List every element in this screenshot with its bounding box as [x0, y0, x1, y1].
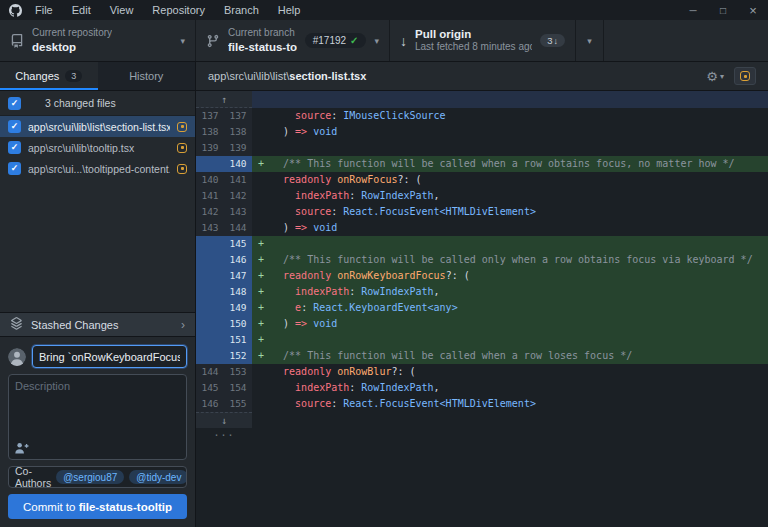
diff-line[interactable]: 145154 indexPath: RowIndexPath, [196, 380, 768, 396]
current-repository-button[interactable]: Current repository desktop ▾ [0, 20, 196, 61]
old-line-number[interactable]: 140 [196, 172, 224, 188]
old-line-number[interactable] [196, 300, 224, 316]
new-line-number[interactable]: 137 [224, 108, 252, 124]
coauthor-pill[interactable]: @sergiou87 [56, 470, 124, 484]
diff-line[interactable]: 146+ /** This function will be called on… [196, 252, 768, 268]
tab-changes[interactable]: Changes 3 [0, 62, 98, 90]
expand-down-button[interactable]: ↓ [196, 412, 252, 428]
old-line-number[interactable] [196, 156, 224, 172]
old-line-number[interactable]: 137 [196, 108, 224, 124]
old-line-number[interactable]: 139 [196, 140, 224, 156]
new-line-number[interactable]: 146 [224, 252, 252, 268]
code-text: readonly onRowBlur?: ( [271, 364, 768, 380]
new-line-number[interactable]: 155 [224, 396, 252, 412]
menu-edit[interactable]: Edit [72, 4, 91, 16]
file-checkbox[interactable]: ✓ [8, 162, 21, 175]
old-line-number[interactable]: 138 [196, 124, 224, 140]
diff-line[interactable]: 140+ /** This function will be called wh… [196, 156, 768, 172]
chevron-down-icon: ▾ [587, 36, 592, 46]
menu-help[interactable]: Help [278, 4, 301, 16]
old-line-number[interactable]: 144 [196, 364, 224, 380]
diff-options-gear-button[interactable]: ⚙ ▾ [706, 69, 724, 84]
old-line-number[interactable] [196, 252, 224, 268]
old-line-number[interactable] [196, 332, 224, 348]
file-path-dir: app\src\ui\lib\list\ [208, 70, 289, 82]
tab-history[interactable]: History [98, 62, 196, 90]
new-line-number[interactable]: 142 [224, 188, 252, 204]
person-add-icon[interactable] [14, 441, 29, 456]
commit-description-input[interactable] [9, 375, 186, 437]
new-line-number[interactable]: 149 [224, 300, 252, 316]
old-line-number[interactable] [196, 284, 224, 300]
new-line-number[interactable]: 140 [224, 156, 252, 172]
expand-up-button[interactable]: ↑ [196, 91, 252, 108]
diff-line[interactable]: 139139 [196, 140, 768, 156]
diff-line[interactable]: 149+ e: React.KeyboardEvent<any> [196, 300, 768, 316]
old-line-number[interactable] [196, 236, 224, 252]
pull-dropdown-button[interactable]: ▾ [576, 20, 604, 61]
file-checkbox[interactable]: ✓ [8, 141, 21, 154]
old-line-number[interactable]: 145 [196, 380, 224, 396]
diff-marker: + [252, 316, 271, 332]
diff-line[interactable]: 145+ [196, 236, 768, 252]
old-line-number[interactable] [196, 348, 224, 364]
diff-line[interactable]: 150+ ) => void [196, 316, 768, 332]
diff-line[interactable]: 141142 indexPath: RowIndexPath, [196, 188, 768, 204]
diff-line[interactable]: 144153 readonly onRowBlur?: ( [196, 364, 768, 380]
diff-line[interactable]: 143144 ) => void [196, 220, 768, 236]
new-line-number[interactable]: 144 [224, 220, 252, 236]
diff-line[interactable]: 151+ [196, 332, 768, 348]
new-line-number[interactable]: 148 [224, 284, 252, 300]
file-row[interactable]: ✓app\src\ui\lib\tooltip.tsx [0, 137, 195, 158]
menu-file[interactable]: File [35, 4, 53, 16]
commit-summary-input[interactable] [32, 345, 187, 368]
commit-button[interactable]: Commit to file-status-tooltip [8, 494, 187, 519]
file-row[interactable]: ✓app\src\ui...\tooltipped-content.tsx [0, 158, 195, 179]
close-button[interactable]: × [738, 0, 768, 20]
stashed-changes-bar[interactable]: Stashed Changes › [0, 312, 195, 337]
include-all-checkbox[interactable]: ✓ [8, 97, 21, 110]
old-line-number[interactable]: 142 [196, 204, 224, 220]
file-checkbox[interactable]: ✓ [8, 120, 21, 133]
code-text: source: IMouseClickSource [271, 108, 768, 124]
new-line-number[interactable]: 153 [224, 364, 252, 380]
code-text: ) => void [271, 220, 768, 236]
diff-line[interactable]: 140141 readonly onRowFocus?: ( [196, 172, 768, 188]
diff-line[interactable]: 147+ readonly onRowKeyboardFocus?: ( [196, 268, 768, 284]
new-line-number[interactable]: 147 [224, 268, 252, 284]
new-line-number[interactable]: 151 [224, 332, 252, 348]
diff-line[interactable]: 152+ /** This function will be called wh… [196, 348, 768, 364]
diff-line[interactable]: 137137 source: IMouseClickSource [196, 108, 768, 124]
file-row[interactable]: ✓app\src\ui\lib\list\section-list.tsx [0, 116, 195, 137]
new-line-number[interactable]: 150 [224, 316, 252, 332]
minimize-button[interactable]: ─ [678, 0, 708, 20]
new-line-number[interactable]: 145 [224, 236, 252, 252]
coauthors-field[interactable]: Co-Authors @sergiou87@tidy-dev [8, 466, 187, 488]
old-line-number[interactable]: 141 [196, 188, 224, 204]
menu-branch[interactable]: Branch [224, 4, 259, 16]
diff-line[interactable]: 138138 ) => void [196, 124, 768, 140]
old-line-number[interactable]: 146 [196, 396, 224, 412]
diff-line[interactable]: 142143 source: React.FocusEvent<HTMLDivE… [196, 204, 768, 220]
diff-line[interactable]: 148+ indexPath: RowIndexPath, [196, 284, 768, 300]
new-line-number[interactable]: 138 [224, 124, 252, 140]
new-line-number[interactable]: 141 [224, 172, 252, 188]
new-line-number[interactable]: 143 [224, 204, 252, 220]
menu-repository[interactable]: Repository [152, 4, 205, 16]
new-line-number[interactable]: 152 [224, 348, 252, 364]
file-path: app\src\ui...\tooltipped-content.tsx [28, 163, 170, 175]
repo-icon [10, 34, 24, 48]
old-line-number[interactable]: 143 [196, 220, 224, 236]
coauthor-pill[interactable]: @tidy-dev [129, 470, 187, 484]
new-line-number[interactable]: 154 [224, 380, 252, 396]
code-text: indexPath: RowIndexPath, [271, 380, 768, 396]
stack-icon [10, 317, 23, 332]
maximize-button[interactable]: □ [708, 0, 738, 20]
old-line-number[interactable] [196, 316, 224, 332]
old-line-number[interactable] [196, 268, 224, 284]
diff-line[interactable]: 146155 source: React.FocusEvent<HTMLDivE… [196, 396, 768, 412]
new-line-number[interactable]: 139 [224, 140, 252, 156]
current-branch-button[interactable]: Current branch file-status-too... #17192… [196, 20, 390, 61]
pull-origin-button[interactable]: ↓ Pull origin Last fetched 8 minutes ago… [390, 20, 576, 61]
menu-view[interactable]: View [110, 4, 134, 16]
